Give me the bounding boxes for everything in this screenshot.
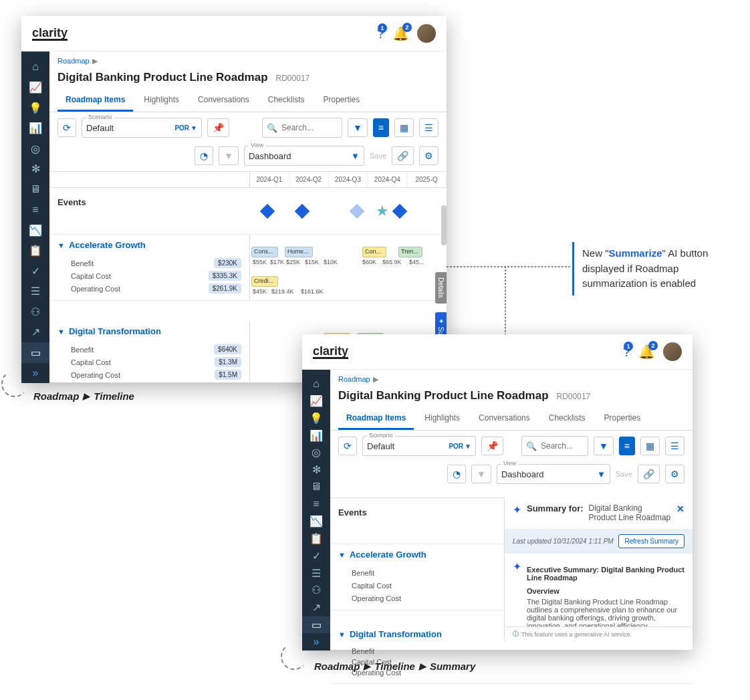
home-icon[interactable]: ⌂ [21, 57, 49, 78]
check-icon[interactable]: ✓ [302, 548, 330, 565]
timeline-bar[interactable]: Cons... [251, 247, 278, 257]
search-input[interactable]: 🔍 [262, 118, 342, 138]
export-icon[interactable]: ↗ [302, 599, 330, 616]
target-icon[interactable]: ◎ [302, 444, 330, 461]
info-icon: ⓘ [513, 630, 519, 638]
timeline-bar[interactable]: Home... [285, 247, 313, 257]
bell-icon[interactable]: 🔔2 [638, 344, 655, 360]
pin-icon[interactable]: 📌 [207, 118, 229, 137]
tab-checklists[interactable]: Checklists [541, 408, 594, 430]
tab-properties[interactable]: Properties [315, 90, 368, 112]
line-chart-icon[interactable]: 📉 [21, 220, 49, 241]
view-board-icon[interactable]: ▦ [640, 437, 660, 455]
bar-chart-icon[interactable]: 📊 [21, 118, 49, 139]
dashed-arc [281, 643, 307, 670]
gear-icon[interactable]: ⚙ [665, 465, 684, 483]
target-icon[interactable]: ◎ [21, 138, 49, 159]
timeline-bar[interactable]: Con... [362, 247, 386, 257]
tab-roadmap-items[interactable]: Roadmap Items [57, 90, 133, 112]
checklist-icon[interactable]: ☰ [302, 564, 330, 582]
tab-highlights[interactable]: Highlights [136, 90, 187, 112]
checklist-icon[interactable]: ☰ [21, 281, 49, 302]
breadcrumb[interactable]: Roadmap▶ [49, 51, 447, 71]
lightbulb-icon[interactable]: 💡 [302, 410, 330, 427]
event-marker[interactable] [260, 203, 275, 219]
check-icon[interactable]: ✓ [21, 261, 49, 281]
save-button[interactable]: Save [370, 152, 386, 160]
view-bars-icon[interactable]: ≡ [373, 118, 389, 137]
refresh-icon[interactable]: ⟳ [57, 118, 76, 137]
search-input[interactable]: 🔍 [521, 436, 588, 456]
group-digital-transformation[interactable]: ▼Digital Transformation [49, 321, 249, 342]
monitor-icon[interactable]: 🖥 [302, 479, 330, 496]
tab-highlights[interactable]: Highlights [416, 408, 468, 430]
clipboard-icon[interactable]: 📋 [21, 241, 49, 261]
avatar[interactable] [663, 342, 682, 361]
export-icon[interactable]: ↗ [21, 322, 49, 343]
bell-icon[interactable]: 🔔2 [392, 25, 409, 41]
event-marker[interactable] [295, 203, 310, 219]
annotation-callout: New "Summarize" AI button displayed if R… [572, 242, 739, 296]
tab-properties[interactable]: Properties [596, 408, 648, 430]
pie-chart-icon[interactable]: ◔ [195, 146, 213, 165]
tab-checklists[interactable]: Checklists [260, 90, 313, 112]
close-icon[interactable]: ✕ [676, 503, 684, 514]
roadmap-icon[interactable]: ▭ [21, 342, 49, 363]
link-icon[interactable]: 🔗 [392, 146, 414, 165]
save-button[interactable]: Save [616, 470, 632, 478]
nav-sidebar: ⌂ 📈 💡 📊 ◎ ✻ 🖥 ≡ 📉 📋 ✓ ☰ ⚇ ↗ ▭ » [21, 51, 49, 383]
expand-sidebar-icon[interactable]: » [302, 633, 330, 651]
home-icon[interactable]: ⌂ [302, 375, 330, 392]
tab-conversations[interactable]: Conversations [471, 408, 538, 430]
scenario-select[interactable]: Scenario Default POR ▼ [362, 436, 476, 456]
event-marker[interactable] [350, 203, 365, 219]
org-icon[interactable]: ⚇ [21, 302, 49, 322]
view-board-icon[interactable]: ▦ [394, 118, 414, 137]
snowflake-icon[interactable]: ✻ [302, 461, 330, 479]
search-icon: 🔍 [267, 123, 277, 133]
avatar[interactable] [417, 24, 436, 43]
pie-chart-icon[interactable]: ◔ [447, 465, 466, 483]
gear-icon[interactable]: ⚙ [419, 146, 439, 165]
group-accelerate-growth[interactable]: ▼Accelerate Growth [49, 235, 249, 255]
database-icon[interactable]: ≡ [302, 495, 330, 513]
details-tab[interactable]: Details [435, 272, 447, 304]
clipboard-icon[interactable]: 📋 [302, 530, 330, 548]
dropdown-icon[interactable]: ▼ [219, 146, 239, 165]
page-id: RD00017 [276, 74, 310, 83]
roadmap-icon[interactable]: ▭ [302, 616, 330, 634]
tab-roadmap-items[interactable]: Roadmap Items [338, 408, 414, 430]
timeline-bar[interactable]: Tren... [398, 247, 422, 257]
snowflake-icon[interactable]: ✻ [21, 159, 49, 180]
dropdown-icon[interactable]: ▼ [471, 465, 491, 483]
view-list-icon[interactable]: ☰ [419, 118, 439, 137]
events-header: Events [330, 498, 491, 544]
star-marker[interactable]: ★ [376, 203, 389, 220]
event-marker[interactable] [392, 203, 408, 219]
pin-icon[interactable]: 📌 [481, 437, 503, 455]
breadcrumb[interactable]: Roadmap▶ [330, 370, 693, 389]
org-icon[interactable]: ⚇ [302, 582, 330, 599]
scrollbar[interactable] [441, 205, 447, 245]
view-select[interactable]: View Dashboard ▼ [244, 146, 364, 166]
database-icon[interactable]: ≡ [21, 200, 49, 221]
view-bars-icon[interactable]: ≡ [619, 437, 635, 455]
chart-area-icon[interactable]: 📈 [302, 392, 330, 410]
timeline-bar[interactable]: Credi... [251, 276, 278, 287]
bar-chart-icon[interactable]: 📊 [302, 427, 330, 444]
filter-icon[interactable]: ▼ [594, 437, 614, 455]
scenario-select[interactable]: Scenario Default POR ▼ [82, 118, 202, 138]
monitor-icon[interactable]: 🖥 [21, 179, 49, 200]
refresh-summary-button[interactable]: Refresh Summary [618, 534, 684, 548]
filter-icon[interactable]: ▼ [348, 118, 368, 137]
lightbulb-icon[interactable]: 💡 [21, 98, 49, 118]
link-icon[interactable]: 🔗 [638, 465, 660, 483]
refresh-icon[interactable]: ⟳ [338, 437, 357, 455]
view-list-icon[interactable]: ☰ [665, 437, 684, 455]
view-select[interactable]: View Dashboard ▼ [497, 464, 610, 484]
chart-area-icon[interactable]: 📈 [21, 78, 49, 98]
help-icon[interactable]: ?1 [377, 26, 384, 41]
line-chart-icon[interactable]: 📉 [302, 513, 330, 530]
help-icon[interactable]: ?1 [623, 344, 630, 360]
tab-conversations[interactable]: Conversations [190, 90, 257, 112]
